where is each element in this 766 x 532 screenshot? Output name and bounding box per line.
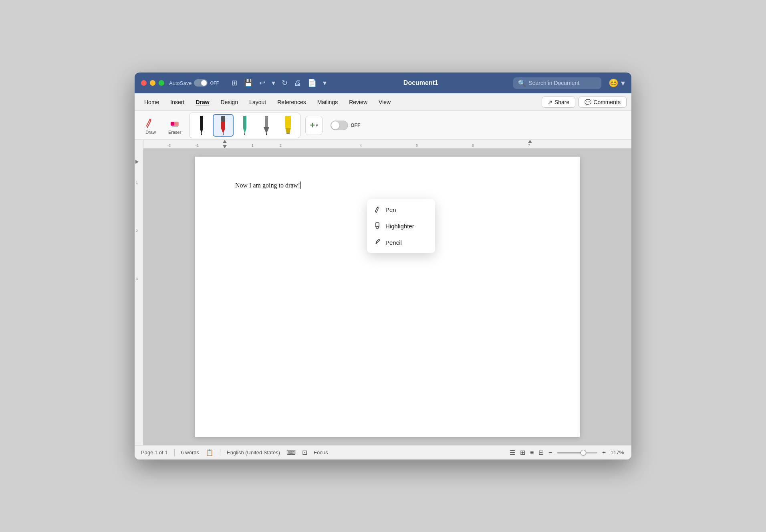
horizontal-ruler: -2 -1 | 1 2 4 5 6 7	[135, 140, 631, 149]
ruler-v-1: 1	[136, 181, 138, 185]
align-icon-status[interactable]: ⊟	[538, 449, 544, 456]
menu-item-layout[interactable]: Layout	[244, 97, 271, 108]
highlighter-icon	[374, 222, 381, 230]
status-right: ☰ ⊞ ≡ ⊟ − + 117%	[510, 449, 625, 456]
layout-icon-status[interactable]: ☰	[510, 449, 515, 456]
pen-icon	[374, 206, 381, 214]
svg-marker-13	[243, 129, 246, 133]
list-icon-status[interactable]: ≡	[530, 449, 534, 456]
svg-line-24	[377, 241, 377, 242]
menu-item-references[interactable]: References	[272, 97, 311, 108]
menu-item-view[interactable]: View	[374, 97, 395, 108]
print-icon[interactable]: 🖨	[292, 78, 303, 88]
zoom-slider-thumb[interactable]	[581, 450, 586, 455]
redo-icon[interactable]: ↻	[280, 78, 289, 88]
format-icon[interactable]: 📄	[306, 78, 318, 88]
top-indent-marker[interactable]	[135, 160, 139, 164]
customize-icon[interactable]: ▾	[321, 78, 328, 88]
pen-tool-black[interactable]	[191, 114, 212, 137]
ruler-corner	[135, 140, 143, 149]
draw-tool[interactable]: Draw	[141, 115, 160, 136]
document-page[interactable]: Now I am going to draw!	[195, 157, 580, 437]
ink-toggle-switch[interactable]	[331, 121, 348, 130]
zoom-slider[interactable]	[557, 452, 597, 453]
menu-item-draw[interactable]: Draw	[191, 97, 214, 108]
zoom-minus[interactable]: −	[548, 449, 552, 456]
ruler-mark-6: 6	[472, 143, 474, 147]
svg-rect-9	[221, 121, 225, 129]
svg-marker-10	[221, 129, 225, 133]
save-icon[interactable]: 💾	[242, 78, 254, 88]
comments-button[interactable]: 💬 Comments	[579, 97, 627, 108]
ruler-mark-4: 4	[360, 143, 362, 147]
pen-tool-red[interactable]	[213, 114, 234, 137]
ruler-v-3: 3	[136, 277, 138, 281]
focus-icon[interactable]: ⊡	[302, 449, 307, 456]
dropdown-highlighter-item[interactable]: Highlighter	[367, 218, 435, 234]
comments-label: Comments	[593, 99, 621, 105]
pen-tool-gray[interactable]	[256, 114, 277, 137]
layout-icon[interactable]: ⊞	[230, 78, 239, 88]
dropdown-pen-item[interactable]: Pen	[367, 202, 435, 218]
autosave-area: AutoSave OFF	[169, 79, 219, 87]
focus-label[interactable]: Focus	[314, 449, 328, 455]
proofread-icon[interactable]: 📋	[206, 449, 214, 456]
red-pen-icon	[216, 115, 230, 136]
svg-marker-6	[200, 129, 203, 133]
ink-toggle-label: OFF	[351, 123, 360, 128]
add-pen-button[interactable]: + ▾	[305, 116, 323, 135]
zoom-plus[interactable]: +	[602, 449, 606, 456]
autosave-toggle[interactable]	[194, 79, 208, 87]
menu-item-insert[interactable]: Insert	[165, 97, 189, 108]
menu-item-design[interactable]: Design	[216, 97, 243, 108]
svg-rect-18	[285, 116, 291, 128]
search-placeholder: Search in Document	[528, 80, 579, 86]
language-icon[interactable]: ⌨	[286, 449, 296, 456]
dropdown-highlighter-label: Highlighter	[385, 223, 414, 230]
svg-rect-8	[221, 116, 225, 121]
page-scroll-area[interactable]: Now I am going to draw!	[143, 149, 631, 445]
svg-rect-20	[286, 133, 290, 134]
svg-marker-16	[264, 127, 269, 133]
close-button[interactable]	[141, 80, 147, 86]
left-indent-marker[interactable]	[223, 140, 227, 143]
eraser-tool[interactable]: Eraser	[165, 115, 184, 136]
language-label[interactable]: English (United States)	[227, 449, 280, 455]
dropdown-pencil-item[interactable]: Pencil	[367, 234, 435, 251]
menu-bar-right: ↗ Share 💬 Comments	[542, 97, 627, 108]
zoom-slider-container[interactable]	[557, 452, 597, 453]
zoom-slider-fill	[557, 452, 583, 453]
menu-item-review[interactable]: Review	[344, 97, 372, 108]
menu-item-home[interactable]: Home	[139, 97, 164, 108]
draw-label: Draw	[145, 130, 156, 135]
minimize-button[interactable]	[150, 80, 155, 86]
autosave-state: OFF	[210, 81, 219, 85]
menu-item-mailings[interactable]: Mailings	[312, 97, 343, 108]
right-indent-marker[interactable]	[528, 140, 532, 143]
eraser-label: Eraser	[168, 130, 181, 135]
pen-tool-teal[interactable]	[234, 114, 255, 137]
ink-toggle: OFF	[331, 121, 360, 130]
content-row: 1 2 3 Now I am going to draw!	[135, 149, 631, 445]
undo-icon[interactable]: ↩	[258, 78, 267, 88]
ruler-mark-2: 2	[280, 143, 282, 147]
zoom-percent[interactable]: 117%	[611, 449, 625, 455]
ruler-mark-7: 7	[528, 143, 530, 147]
eraser-tool-icon	[168, 116, 181, 129]
vertical-ruler: 1 2 3	[135, 149, 143, 445]
black-pen-icon	[194, 115, 209, 136]
search-bar[interactable]: 🔍 Search in Document	[513, 77, 601, 89]
left-indent-bottom[interactable]	[223, 145, 227, 148]
comments-icon: 💬	[585, 99, 591, 105]
document-content[interactable]: Now I am going to draw!	[235, 181, 540, 190]
gray-pen-icon	[259, 115, 274, 136]
emoji-button[interactable]: 😊 ▾	[609, 78, 625, 88]
table-icon-status[interactable]: ⊞	[520, 449, 525, 456]
pen-tool-yellow[interactable]	[278, 114, 298, 137]
document-title: Document1	[333, 79, 508, 87]
maximize-button[interactable]	[159, 80, 164, 86]
ruler-v-2: 2	[136, 229, 138, 233]
pencil-icon	[374, 238, 381, 247]
undo-dropdown-icon[interactable]: ▾	[270, 78, 277, 88]
share-button[interactable]: ↗ Share	[542, 97, 575, 108]
